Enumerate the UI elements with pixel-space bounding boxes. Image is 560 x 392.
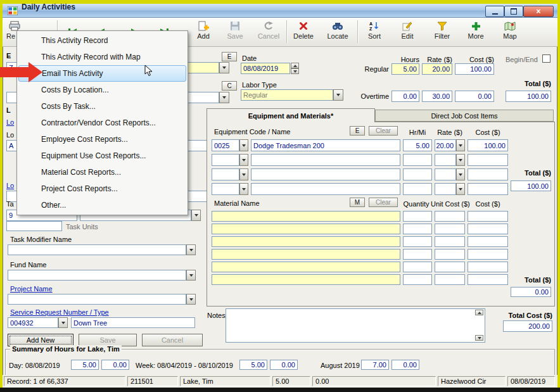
overtime-rate-field[interactable]: 30.00 (422, 91, 452, 102)
tab-direct-job-cost-items[interactable]: Direct Job Cost Items (375, 110, 554, 122)
menu-item-costs-by-location[interactable]: Costs By Location... (18, 82, 186, 98)
service-request-number-field[interactable]: 004932 (8, 317, 58, 328)
regular-rate-field[interactable]: 20.00 (422, 63, 452, 75)
equipment-name-field[interactable]: Dodge Tradesman 200 (251, 139, 400, 151)
material-unit-cost-field[interactable] (435, 249, 465, 260)
equipment-code-dropdown[interactable] (239, 168, 248, 180)
material-name-field[interactable] (212, 236, 400, 247)
overtime-hours-field[interactable]: 0.00 (391, 91, 419, 102)
equipment-clear-button[interactable]: Clear (369, 126, 398, 136)
fund-name-dropdown[interactable] (186, 270, 196, 281)
service-request-dropdown[interactable] (58, 317, 68, 328)
equipment-code-field[interactable] (212, 183, 239, 195)
material-quantity-field[interactable] (403, 211, 432, 222)
equipment-code-dropdown[interactable] (239, 154, 248, 166)
notes-scroll-up[interactable] (475, 310, 483, 315)
material-unit-cost-field[interactable] (435, 274, 465, 285)
material-quantity-field[interactable] (403, 274, 432, 285)
menu-item-other[interactable]: Other... (18, 197, 186, 213)
save-button[interactable]: Save (222, 18, 248, 47)
menu-item-email-this-activity[interactable]: Email This Activity (18, 65, 186, 82)
equipment-rate-field[interactable] (435, 183, 456, 195)
equipment-code-field[interactable]: 0025 (212, 139, 239, 151)
fund-name-field[interactable] (8, 270, 186, 281)
labor-type-dropdown-button[interactable] (333, 89, 343, 101)
material-name-field[interactable] (212, 249, 400, 260)
equipment-hrmi-field[interactable] (403, 183, 432, 195)
material-unit-cost-field[interactable] (435, 211, 465, 222)
location-link2-fragment[interactable]: Lo (6, 182, 14, 189)
material-unit-cost-field[interactable] (435, 224, 465, 234)
task-dropdown-button[interactable] (191, 210, 201, 221)
equipment-rate-dropdown[interactable] (456, 139, 465, 151)
equipment-hrmi-field[interactable] (403, 154, 432, 166)
equipment-lookup-button[interactable]: E (350, 126, 365, 136)
equipment-rate-field[interactable] (435, 168, 456, 180)
more-button[interactable]: More (462, 18, 489, 47)
maximize-button[interactable] (504, 6, 523, 17)
employee-lookup-button[interactable]: E (222, 52, 237, 61)
titlebar[interactable] (3, 4, 557, 18)
tab-equipment-and-materials[interactable]: Equipment and Materials* (207, 108, 375, 122)
task-modifier-field[interactable] (8, 244, 186, 255)
material-quantity-field[interactable] (403, 262, 432, 272)
regular-hours-field[interactable]: 5.00 (391, 63, 419, 75)
date-field[interactable]: 08/08/2019 (241, 63, 290, 74)
equipment-rate-dropdown[interactable] (456, 168, 465, 180)
crew-dropdown-button[interactable] (219, 92, 229, 103)
menu-item-costs-by-task[interactable]: Costs By Task... (18, 98, 186, 115)
service-request-type-field[interactable]: Down Tree (71, 317, 195, 328)
menu-item-this-activity-record-with-map[interactable]: This Activity Record with Map (18, 49, 186, 65)
add-new-button[interactable]: Add New (8, 334, 73, 346)
filter-button[interactable]: Filter (428, 18, 456, 47)
material-clear-button[interactable]: Clear (369, 198, 398, 207)
notes-scroll-down[interactable] (475, 335, 483, 341)
equipment-rate-dropdown[interactable] (456, 183, 465, 195)
crew-lookup-button[interactable]: C (222, 81, 237, 91)
equipment-rate-field[interactable] (435, 154, 456, 166)
menu-item-employee-cost-reports[interactable]: Employee Cost Reports... (18, 131, 186, 148)
material-quantity-field[interactable] (403, 224, 432, 234)
project-name-link[interactable]: Project Name (10, 285, 53, 293)
menu-item-material-cost-reports[interactable]: Material Cost Reports... (18, 164, 186, 180)
project-name-field[interactable] (8, 294, 186, 305)
equipment-code-dropdown[interactable] (239, 139, 248, 151)
equipment-rate-field[interactable]: 20.00 (435, 139, 456, 151)
material-unit-cost-field[interactable] (435, 236, 465, 247)
equipment-code-field[interactable] (212, 168, 239, 180)
equipment-name-field[interactable] (251, 183, 400, 195)
equipment-hrmi-field[interactable]: 5.00 (403, 139, 432, 151)
menu-item-equipment-use-cost-reports[interactable]: Equipment Use Cost Reports... (18, 148, 186, 164)
material-name-field[interactable] (212, 211, 400, 222)
map-button[interactable]: Map (495, 18, 525, 47)
menu-item-contractor-vendor-cost-reports[interactable]: Contractor/Vendor Cost Reports... (18, 115, 186, 131)
sort-button[interactable]: AZ Sort (361, 18, 388, 47)
date-spin-up[interactable] (291, 63, 299, 68)
labor-type-field[interactable]: Regular (241, 89, 333, 101)
equipment-code-field[interactable] (212, 154, 239, 166)
location-link-fragment[interactable]: Lo (6, 118, 14, 126)
minimize-button[interactable] (485, 6, 504, 17)
menu-item-project-cost-reports[interactable]: Project Cost Reports... (18, 180, 186, 197)
material-lookup-button[interactable]: M (350, 198, 365, 207)
form-cancel-button[interactable]: Cancel (142, 334, 203, 346)
equipment-name-field[interactable] (251, 168, 400, 180)
close-button[interactable]: × (523, 6, 554, 17)
equipment-rate-dropdown[interactable] (456, 154, 465, 166)
equipment-code-dropdown[interactable] (239, 183, 248, 195)
equipment-hrmi-field[interactable] (403, 168, 432, 180)
task-modifier-dropdown[interactable] (186, 244, 196, 255)
edit-button[interactable]: Edit (394, 18, 421, 47)
notes-field[interactable] (226, 308, 485, 343)
equipment-name-field[interactable] (251, 154, 400, 166)
task-units-field[interactable] (6, 221, 62, 231)
menu-item-this-activity-record[interactable]: This Activity Record (18, 32, 186, 49)
date-spin-down[interactable] (291, 68, 299, 74)
material-name-field[interactable] (212, 224, 400, 234)
delete-button[interactable]: Delete (289, 18, 318, 47)
cancel-button[interactable]: Cancel (253, 18, 284, 47)
material-name-field[interactable] (212, 274, 400, 285)
form-save-button[interactable]: Save (79, 334, 137, 346)
employee-dropdown-button[interactable] (219, 62, 229, 73)
locate-button[interactable]: Locate (322, 18, 353, 47)
